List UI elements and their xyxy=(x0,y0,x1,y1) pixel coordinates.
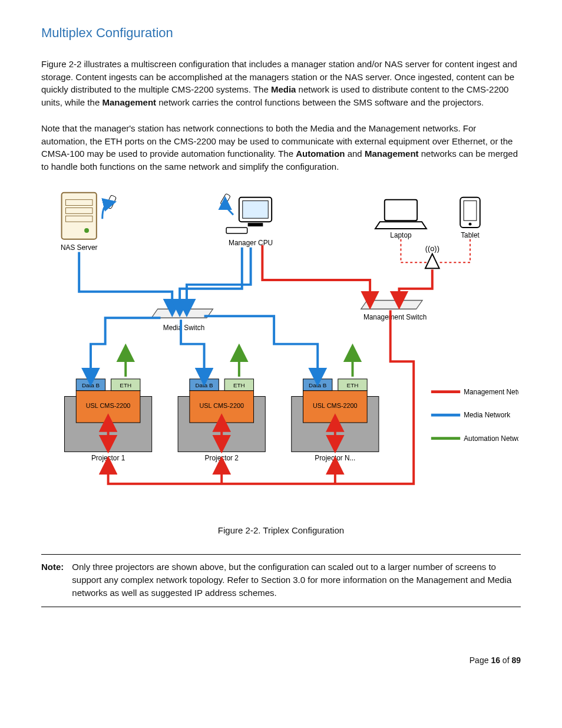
svg-rect-18 xyxy=(361,300,422,309)
usb-icon xyxy=(103,195,117,219)
port-eth-label: ETH xyxy=(233,382,245,388)
svg-rect-17 xyxy=(151,309,213,318)
device-label: USL CMS-2200 xyxy=(313,402,358,409)
projector-label: Projector N... xyxy=(315,454,355,462)
media-switch-label: Media Switch xyxy=(163,324,204,332)
media-link xyxy=(204,316,318,377)
text: and xyxy=(345,149,365,159)
text: Page xyxy=(470,655,491,665)
manager-cpu-icon xyxy=(226,197,272,233)
svg-rect-9 xyxy=(226,228,247,233)
mgmt-switch-icon xyxy=(361,300,422,309)
manager-label: Manager CPU xyxy=(229,239,273,247)
projector-label: Projector 2 xyxy=(205,454,239,462)
device-label: USL CMS-2200 xyxy=(86,402,131,409)
svg-rect-5 xyxy=(105,195,116,209)
legend-auto: Automation Network xyxy=(464,434,518,442)
laptop-label: Laptop xyxy=(390,231,412,239)
mgmt-link xyxy=(399,269,432,300)
port-data-label: Data B xyxy=(196,382,214,388)
text: network carries the control functions be… xyxy=(156,97,484,107)
bold: Management xyxy=(365,149,419,159)
note-text: Only three projectors are shown above, b… xyxy=(72,561,521,599)
projector-label: Projector 1 xyxy=(91,454,125,462)
text: of xyxy=(500,655,511,665)
page-total: 89 xyxy=(511,655,521,665)
device-label: USL CMS-2200 xyxy=(199,402,244,409)
svg-marker-12 xyxy=(375,222,427,229)
media-switch-icon xyxy=(151,309,213,318)
mgmt-switch-label: Management Switch xyxy=(363,313,427,321)
port-data-label: Data B xyxy=(82,382,100,388)
port-eth-label: ETH xyxy=(120,382,131,388)
bold: Management xyxy=(102,97,156,107)
port-data-label: Data B xyxy=(309,382,327,388)
nas-label: NAS Server xyxy=(61,243,98,251)
paragraph-1: Figure 2-2 illustrates a multiscreen con… xyxy=(41,58,521,109)
tablet-label: Tablet xyxy=(461,231,480,239)
svg-rect-8 xyxy=(248,223,263,226)
network-diagram: NAS Server Manager CPU Laptop Tablet ((o… xyxy=(41,186,518,513)
media-link xyxy=(180,248,242,308)
svg-text:((o)): ((o)) xyxy=(425,243,439,252)
note-box: Note: Only three projectors are shown ab… xyxy=(41,554,521,607)
figure-caption: Figure 2-2. Triplex Configuration xyxy=(41,524,521,537)
usb-icon xyxy=(220,193,233,215)
svg-rect-14 xyxy=(464,201,477,221)
page-current: 16 xyxy=(491,655,500,665)
port-eth-label: ETH xyxy=(347,382,359,388)
bold: Media xyxy=(271,84,296,94)
nas-server-icon xyxy=(62,193,97,239)
bold: Automation xyxy=(296,149,345,159)
legend-media: Media Network xyxy=(464,411,510,419)
svg-point-4 xyxy=(84,228,89,233)
projector-unit: Data B ETH USL CMS-2200 Projector N... xyxy=(292,379,379,462)
wireless-link xyxy=(401,239,426,263)
diagram-figure: NAS Server Manager CPU Laptop Tablet ((o… xyxy=(41,186,521,517)
projector-unit: Data B ETH USL CMS-2200 Projector 1 xyxy=(65,379,152,462)
legend-mgmt: Management Network xyxy=(464,387,518,396)
wireless-ap-icon: ((o)) xyxy=(425,243,439,268)
tablet-icon xyxy=(460,197,480,228)
paragraph-2: Note that the manager's station has netw… xyxy=(41,122,521,173)
wireless-link xyxy=(439,239,470,263)
projector-unit: Data B ETH USL CMS-2200 Projector 2 xyxy=(178,379,265,462)
svg-rect-11 xyxy=(385,200,417,221)
laptop-icon xyxy=(375,200,427,229)
svg-point-15 xyxy=(469,223,472,226)
section-heading: Multiplex Configuration xyxy=(41,24,521,42)
note-label: Note: xyxy=(41,561,64,599)
page-footer: Page 16 of 89 xyxy=(41,654,521,666)
legend: Management Network Media Network Automat… xyxy=(431,387,518,442)
mgmt-link xyxy=(262,245,370,301)
svg-rect-7 xyxy=(243,201,268,219)
media-link xyxy=(79,252,172,308)
